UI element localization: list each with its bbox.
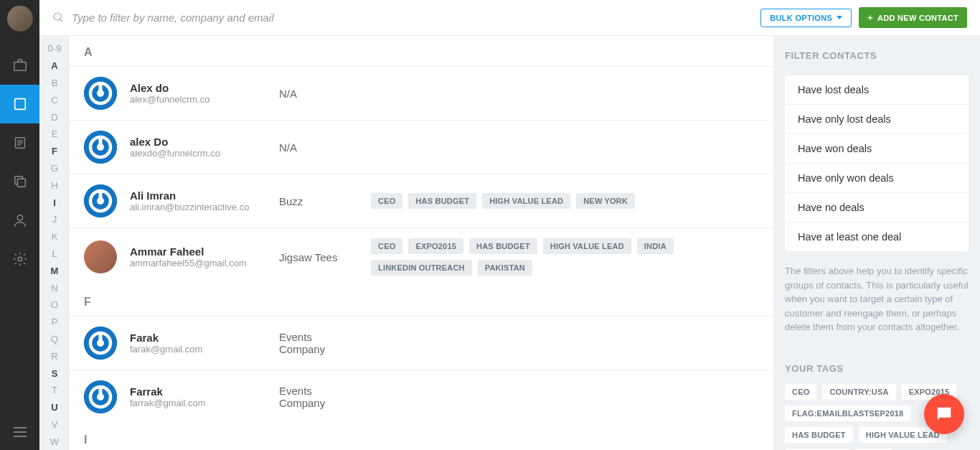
alpha-V[interactable]: V bbox=[52, 416, 58, 433]
contact-avatar bbox=[84, 131, 117, 164]
chat-launcher[interactable] bbox=[924, 394, 964, 434]
contact-name: Ammar Faheel bbox=[130, 245, 266, 258]
tag[interactable]: NEW YORK bbox=[576, 193, 635, 209]
svg-point-20 bbox=[97, 144, 104, 151]
alpha-R[interactable]: R bbox=[51, 347, 57, 365]
tag[interactable]: CEO bbox=[371, 193, 402, 209]
tag-cloud-item[interactable]: HAS BUDGET bbox=[785, 427, 853, 443]
tag-cloud-item[interactable]: CEO bbox=[785, 384, 816, 400]
contact-company: N/A bbox=[279, 141, 358, 154]
filter-item[interactable]: Have won deals bbox=[785, 134, 969, 164]
contact-meta: alex Doalexdo@funnelcrm.co bbox=[130, 136, 266, 159]
contact-company: Jigsaw Tees bbox=[279, 251, 358, 263]
alpha-Q[interactable]: Q bbox=[51, 331, 58, 348]
tag[interactable]: CEO bbox=[371, 238, 402, 254]
main-area: BULK OPTIONS +ADD NEW CONTACT 0-9ABCDEFG… bbox=[39, 0, 980, 450]
contact-name: Farak bbox=[130, 332, 266, 344]
alpha-P[interactable]: P bbox=[52, 314, 58, 331]
tag-cloud-item[interactable]: COUNTRY:USA bbox=[822, 384, 895, 400]
alpha-U[interactable]: U bbox=[51, 399, 57, 416]
svg-point-28 bbox=[97, 339, 104, 347]
alpha-M[interactable]: M bbox=[51, 262, 59, 279]
alpha-D[interactable]: D bbox=[51, 108, 57, 126]
gear-icon[interactable] bbox=[0, 240, 39, 278]
alpha-O[interactable]: O bbox=[51, 296, 58, 314]
tag[interactable]: INDIA bbox=[637, 238, 674, 254]
filter-item[interactable]: Have only lost deals bbox=[785, 105, 969, 134]
add-contact-label: ADD NEW CONTACT bbox=[877, 14, 958, 22]
alpha-N[interactable]: N bbox=[51, 279, 57, 296]
contact-meta: Alex doalex@funnelcrm.co bbox=[130, 82, 266, 105]
tag-cloud-item[interactable]: FLAG:EMAILBLASTSEP2018 bbox=[785, 406, 910, 421]
alpha-I[interactable]: I bbox=[53, 194, 56, 211]
svg-rect-1 bbox=[14, 99, 25, 110]
contact-name: Alex do bbox=[130, 82, 266, 94]
search-input[interactable] bbox=[72, 11, 760, 24]
alpha-L[interactable]: L bbox=[52, 245, 57, 263]
left-nav bbox=[0, 0, 39, 450]
tag[interactable]: EXPO2015 bbox=[408, 238, 463, 254]
alpha-S[interactable]: S bbox=[52, 365, 58, 382]
contact-tags: CEOHAS BUDGETHIGH VALUE LEADNEW YORK bbox=[371, 193, 635, 209]
bulk-options-button[interactable]: BULK OPTIONS bbox=[760, 9, 852, 27]
contact-row[interactable]: Farrakfarrak@gmail.comEvents Company bbox=[70, 370, 773, 423]
alpha-A[interactable]: A bbox=[51, 57, 57, 75]
contact-row[interactable]: Ali Imranali.imran@buzzinteractive.coBuz… bbox=[70, 174, 773, 228]
contact-row[interactable]: Farakfarak@gmail.comEvents Company bbox=[70, 316, 773, 370]
svg-point-16 bbox=[97, 90, 104, 97]
filter-item[interactable]: Have only won deals bbox=[785, 164, 969, 193]
contact-avatar bbox=[84, 240, 117, 273]
tag[interactable]: HAS BUDGET bbox=[469, 238, 537, 254]
alpha-J[interactable]: J bbox=[52, 211, 57, 228]
contact-meta: Farakfarak@gmail.com bbox=[130, 332, 266, 355]
svg-rect-21 bbox=[99, 137, 103, 144]
alpha-H[interactable]: H bbox=[51, 177, 57, 194]
filter-item[interactable]: Have no deals bbox=[785, 193, 969, 222]
contact-company: Buzz bbox=[279, 195, 358, 207]
alpha-C[interactable]: C bbox=[51, 91, 57, 108]
contact-company: Events Company bbox=[279, 331, 358, 355]
person-icon[interactable] bbox=[0, 201, 39, 240]
svg-point-32 bbox=[97, 393, 104, 400]
svg-point-8 bbox=[18, 257, 22, 261]
contacts-icon[interactable] bbox=[0, 85, 39, 123]
alpha-K[interactable]: K bbox=[52, 228, 58, 245]
contact-name: Farrak bbox=[130, 385, 266, 398]
tag[interactable]: LINKEDIN OUTREACH bbox=[371, 260, 472, 276]
alpha-0-9[interactable]: 0-9 bbox=[48, 40, 62, 57]
add-contact-button[interactable]: +ADD NEW CONTACT bbox=[859, 7, 967, 28]
briefcase-icon[interactable] bbox=[0, 46, 39, 85]
alpha-G[interactable]: G bbox=[51, 160, 58, 177]
alpha-T[interactable]: T bbox=[52, 382, 57, 399]
alpha-E[interactable]: E bbox=[52, 126, 58, 143]
contact-avatar bbox=[84, 327, 117, 360]
contact-tags: CEOEXPO2015HAS BUDGETHIGH VALUE LEADINDI… bbox=[371, 238, 759, 276]
alpha-F[interactable]: F bbox=[52, 143, 57, 160]
contact-list: AAlex doalex@funnelcrm.coN/Aalex Doalexd… bbox=[70, 36, 773, 450]
svg-rect-6 bbox=[17, 179, 25, 187]
filter-item[interactable]: Have at least one deal bbox=[785, 222, 969, 251]
tag[interactable]: HIGH VALUE LEAD bbox=[543, 238, 631, 254]
svg-rect-0 bbox=[14, 62, 26, 70]
tag[interactable]: PAKISTAN bbox=[478, 260, 532, 276]
alpha-W[interactable]: W bbox=[50, 433, 59, 450]
contact-row[interactable]: Alex doalex@funnelcrm.coN/A bbox=[70, 66, 773, 120]
content: 0-9ABCDEFGHIJKLMNOPQRSTUVW AAlex doalex@… bbox=[39, 36, 980, 450]
contact-avatar bbox=[84, 77, 117, 110]
user-avatar[interactable] bbox=[7, 6, 33, 32]
contact-email: ali.imran@buzzinteractive.co bbox=[130, 202, 266, 212]
contact-meta: Ali Imranali.imran@buzzinteractive.co bbox=[130, 189, 266, 212]
menu-icon[interactable] bbox=[14, 417, 27, 450]
notes-icon[interactable] bbox=[0, 123, 39, 162]
contact-email: ammarfaheel55@gmail.com bbox=[130, 258, 266, 268]
contact-row[interactable]: alex Doalexdo@funnelcrm.coN/A bbox=[70, 120, 773, 174]
contact-row[interactable]: Ammar Faheelammarfaheel55@gmail.comJigsa… bbox=[70, 228, 773, 286]
tag[interactable]: HIGH VALUE LEAD bbox=[482, 193, 570, 209]
alpha-B[interactable]: B bbox=[52, 75, 58, 92]
contact-email: farrak@gmail.com bbox=[130, 398, 266, 408]
svg-point-12 bbox=[54, 13, 61, 20]
tag[interactable]: HAS BUDGET bbox=[408, 193, 476, 209]
copy-icon[interactable] bbox=[0, 162, 39, 201]
filter-item[interactable]: Have lost deals bbox=[785, 75, 969, 105]
contact-company: Events Company bbox=[279, 385, 358, 409]
